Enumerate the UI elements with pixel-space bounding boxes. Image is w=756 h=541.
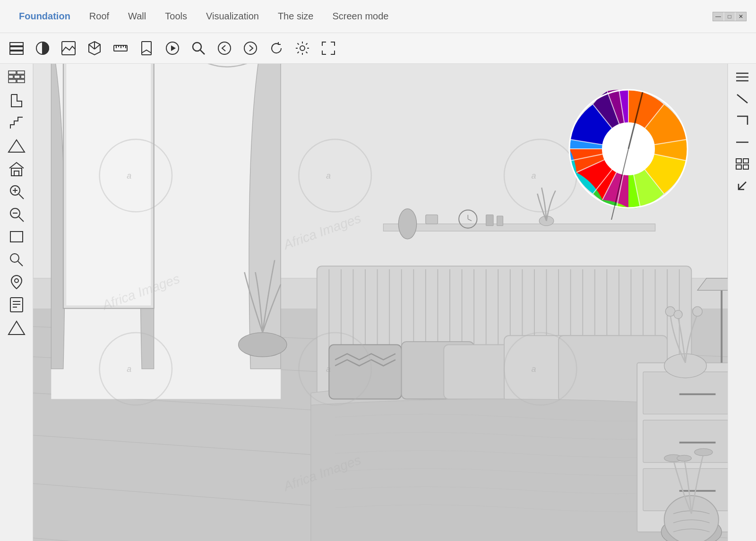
zoom-in-tool[interactable]	[4, 181, 29, 202]
svg-rect-61	[66, 64, 151, 305]
floor-plan-tool[interactable]	[4, 90, 29, 111]
svg-rect-28	[9, 79, 16, 83]
contrast-tool[interactable]	[31, 36, 54, 60]
play-tool[interactable]	[161, 36, 184, 60]
svg-point-119	[664, 354, 706, 378]
svg-rect-72	[497, 216, 503, 225]
svg-point-21	[244, 42, 257, 54]
svg-point-127	[695, 448, 713, 455]
back-tool[interactable]	[213, 36, 236, 60]
right-sidebar	[728, 64, 756, 541]
svg-text:a: a	[127, 364, 131, 374]
main-area: a a a a a a Africa Images Africa Images …	[0, 64, 756, 541]
notes-tool[interactable]	[4, 294, 29, 315]
close-button[interactable]: ✕	[736, 12, 746, 21]
canvas-area[interactable]: a a a a a a Africa Images Africa Images …	[33, 64, 728, 541]
svg-rect-67	[426, 215, 438, 224]
location-tool[interactable]	[4, 272, 29, 292]
corner-bracket-tool[interactable]	[732, 111, 753, 130]
refresh-tool[interactable]	[265, 36, 288, 60]
svg-text:a: a	[326, 171, 331, 180]
toolbar	[0, 33, 756, 64]
search-tool[interactable]	[187, 36, 210, 60]
svg-point-121	[693, 307, 702, 316]
svg-marker-17	[171, 45, 176, 51]
expand-tool[interactable]	[317, 36, 340, 60]
search-area-tool[interactable]	[4, 249, 29, 270]
diagonal-tool[interactable]	[732, 89, 753, 108]
svg-point-128	[677, 455, 692, 461]
svg-line-42	[18, 261, 23, 266]
svg-line-38	[19, 217, 24, 222]
svg-marker-48	[9, 321, 25, 335]
svg-rect-15	[142, 42, 151, 55]
svg-line-8	[94, 44, 100, 49]
svg-line-7	[89, 44, 94, 49]
triangle-warning-tool[interactable]	[4, 317, 29, 338]
svg-rect-107	[329, 344, 401, 399]
svg-rect-65	[383, 224, 655, 231]
zoom-out-tool[interactable]	[4, 204, 29, 224]
svg-point-22	[300, 46, 305, 51]
svg-rect-31	[11, 168, 22, 176]
layers-tool[interactable]	[5, 36, 28, 60]
svg-point-41	[10, 254, 19, 262]
svg-text:a: a	[532, 171, 536, 180]
top-menu-bar: Foundation Roof Wall Tools Visualization…	[0, 0, 756, 33]
svg-point-18	[193, 43, 201, 51]
hamburger-menu-tool[interactable]	[732, 68, 753, 86]
grid-layout-tool[interactable]	[732, 155, 753, 173]
landscape-tool[interactable]	[57, 36, 80, 60]
svg-rect-1	[10, 47, 23, 50]
svg-rect-171	[743, 159, 748, 163]
svg-line-19	[200, 50, 205, 54]
arrow-down-left-tool[interactable]	[732, 176, 753, 195]
svg-rect-0	[10, 43, 23, 46]
svg-point-74	[239, 333, 287, 357]
menu-item-the-size[interactable]: The size	[268, 7, 323, 26]
forward-tool[interactable]	[239, 36, 262, 60]
settings-tool[interactable]	[291, 36, 314, 60]
triangle-tool[interactable]	[4, 136, 29, 156]
svg-rect-40	[10, 232, 23, 242]
brick-wall-tool[interactable]	[4, 68, 29, 88]
rectangle-tool[interactable]	[4, 226, 29, 247]
cube-tool[interactable]	[83, 36, 106, 60]
svg-point-43	[15, 279, 18, 283]
svg-rect-25	[9, 75, 13, 78]
svg-rect-170	[736, 159, 741, 163]
svg-line-174	[739, 182, 746, 189]
menu-item-tools[interactable]: Tools	[155, 7, 197, 26]
menu-item-screen-mode[interactable]: Screen mode	[323, 7, 398, 26]
maximize-button[interactable]: □	[724, 12, 735, 21]
menu-item-visualization[interactable]: Visualization	[197, 7, 268, 26]
ruler-tool[interactable]	[109, 36, 132, 60]
svg-text:a: a	[532, 364, 536, 374]
svg-rect-4	[62, 42, 75, 55]
horizontal-line-tool[interactable]	[732, 133, 753, 152]
svg-rect-172	[736, 165, 741, 169]
menu-item-foundation[interactable]: Foundation	[9, 7, 80, 26]
house-tool[interactable]	[4, 158, 29, 179]
menu-item-wall[interactable]: Wall	[119, 7, 155, 26]
svg-rect-29	[17, 79, 25, 83]
svg-text:a: a	[127, 171, 131, 180]
svg-point-20	[218, 42, 231, 54]
menu-item-roof[interactable]: Roof	[80, 7, 119, 26]
svg-rect-26	[14, 75, 20, 78]
left-sidebar	[0, 64, 33, 541]
svg-rect-27	[21, 75, 25, 78]
svg-line-168	[737, 94, 747, 103]
page-tool[interactable]	[135, 36, 158, 60]
svg-rect-2	[10, 51, 23, 54]
svg-rect-71	[486, 215, 493, 226]
minimize-button[interactable]: —	[713, 12, 723, 21]
stairs-tool[interactable]	[4, 113, 29, 134]
window-controls: — □ ✕	[713, 12, 747, 21]
svg-point-122	[674, 310, 682, 319]
color-wheel[interactable]	[558, 78, 699, 220]
svg-point-66	[398, 209, 416, 239]
svg-point-125	[664, 496, 719, 541]
svg-rect-32	[14, 171, 19, 176]
svg-rect-24	[17, 71, 25, 74]
